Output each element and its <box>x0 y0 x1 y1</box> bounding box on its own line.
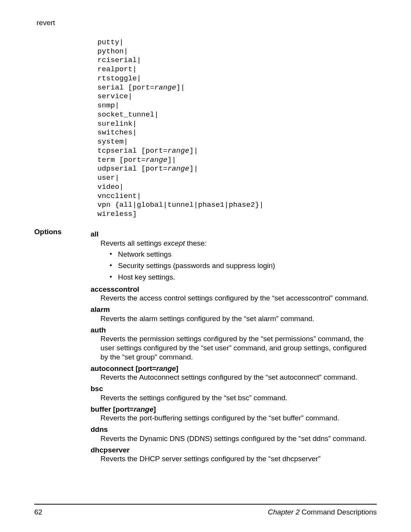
option-accesscontrol-body: Reverts the access control settings conf… <box>100 294 375 303</box>
option-all-bullet: Security settings (passwords and suppres… <box>107 261 375 270</box>
option-autoconnect-head-pre: autoconnect [port= <box>91 364 156 372</box>
option-ddns-body: Reverts the Dynamic DNS (DDNS) settings … <box>100 434 375 443</box>
option-all-intro-pre: Reverts all settings <box>100 239 164 247</box>
option-buffer-body: Reverts the port-buffering settings conf… <box>100 414 375 423</box>
option-all-intro-colon: : <box>205 239 207 247</box>
option-alarm-heading: alarm <box>91 305 375 314</box>
footer-chapter-rest: Command Descriptions <box>299 508 377 516</box>
running-header: revert <box>37 18 377 27</box>
footer-chapter-italic: Chapter 2 <box>268 508 299 516</box>
option-bsc-body: Reverts the settings configured by the “… <box>100 393 375 403</box>
option-autoconnect-heading: autoconnect [port=range] <box>91 364 375 373</box>
option-dhcpserver-heading: dhcpserver <box>91 446 375 455</box>
option-all-intro-italic: except <box>164 239 185 247</box>
options-section-label: Options <box>34 227 91 236</box>
option-autoconnect-head-italic: range <box>156 364 176 372</box>
option-buffer-head-post: ] <box>153 405 156 413</box>
option-dhcpserver-body: Reverts the DHCP server settings configu… <box>100 454 375 463</box>
option-buffer-head-pre: buffer [port= <box>91 405 134 413</box>
footer-chapter: Chapter 2 Command Descriptions <box>268 508 377 517</box>
option-all-body: Reverts all settings except these: Netwo… <box>100 239 375 282</box>
option-buffer-head-italic: range <box>134 405 153 413</box>
option-buffer-heading: buffer [port=range] <box>91 405 375 414</box>
option-auth-heading: auth <box>91 326 375 335</box>
option-bsc-heading: bsc <box>91 384 375 393</box>
page-number: 62 <box>34 508 42 517</box>
option-ddns-heading: ddns <box>91 425 375 434</box>
option-all-intro-post: these <box>185 239 205 247</box>
option-all-bullet: Host key settings. <box>107 273 375 282</box>
option-auth-body: Reverts the permission settings configur… <box>100 334 375 361</box>
option-all-heading: all <box>91 230 375 239</box>
syntax-code-block: putty| python| rciserial| realport| rtst… <box>97 38 375 219</box>
option-alarm-body: Reverts the alarm settings configured by… <box>100 314 375 323</box>
option-accesscontrol-heading: accesscontrol <box>91 285 375 294</box>
page-footer: 62 Chapter 2 Command Descriptions <box>34 500 377 517</box>
option-all-bullet: Network settings <box>107 250 375 259</box>
option-autoconnect-head-post: ] <box>176 364 178 372</box>
option-autoconnect-body: Reverts the Autoconnect settings configu… <box>100 373 375 382</box>
footer-rule <box>34 504 377 505</box>
